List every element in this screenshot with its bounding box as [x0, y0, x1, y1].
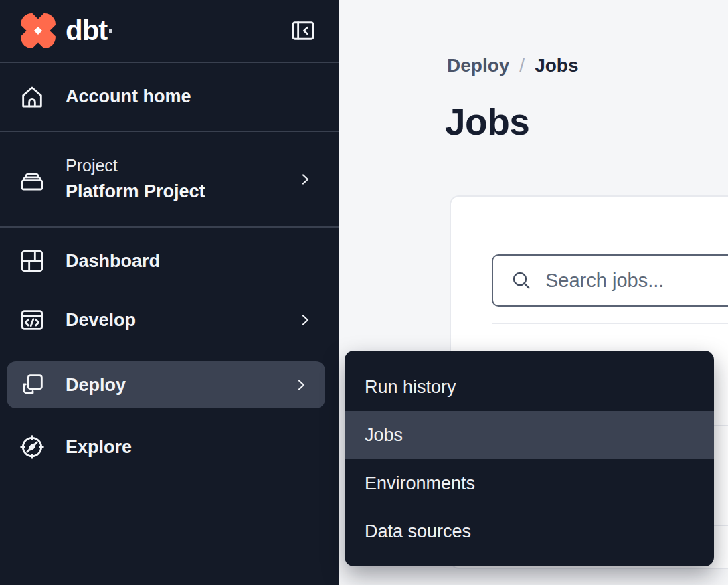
sidebar-item-explore[interactable]: Explore	[0, 418, 339, 477]
sidebar-item-develop[interactable]: Develop	[0, 290, 339, 349]
submenu-item-label: Data sources	[365, 521, 471, 542]
sidebar-collapse-icon	[288, 17, 318, 45]
sidebar-item-label: Develop	[66, 310, 136, 331]
submenu-item-data-sources[interactable]: Data sources	[345, 507, 714, 556]
sidebar-item-label: Dashboard	[66, 251, 160, 272]
submenu-item-label: Jobs	[365, 425, 403, 446]
home-icon	[19, 84, 46, 110]
breadcrumb-separator: /	[519, 55, 525, 76]
submenu-item-label: Environments	[365, 473, 475, 494]
submenu-item-environments[interactable]: Environments	[345, 459, 714, 507]
trademark-dot	[109, 29, 112, 33]
project-name: Platform Project	[66, 181, 205, 202]
overlapping-squares-icon	[19, 371, 46, 398]
archive-stack-icon	[19, 166, 46, 193]
dashboard-grid-icon	[19, 248, 46, 274]
sidebar: dbt Account home Project Platform Projec…	[0, 0, 339, 585]
breadcrumb: Deploy / Jobs	[447, 55, 579, 76]
chevron-right-icon	[293, 377, 309, 393]
project-kicker: Project	[66, 156, 205, 175]
page-title: Jobs	[445, 100, 529, 143]
sidebar-item-dashboard[interactable]: Dashboard	[0, 232, 339, 290]
sidebar-item-deploy[interactable]: Deploy	[7, 361, 325, 408]
sidebar-collapse-button[interactable]	[288, 17, 318, 45]
submenu-item-run-history[interactable]: Run history	[345, 363, 714, 411]
dbt-logo-icon	[20, 13, 56, 49]
breadcrumb-current: Jobs	[535, 55, 578, 76]
search-jobs-input[interactable]	[545, 270, 728, 292]
code-window-icon	[19, 307, 46, 333]
chevron-right-icon	[297, 171, 313, 187]
search-icon	[511, 270, 532, 291]
compass-icon	[19, 434, 46, 461]
breadcrumb-parent[interactable]: Deploy	[447, 55, 509, 76]
sidebar-item-label: Explore	[66, 437, 132, 458]
deploy-submenu: Run history Jobs Environments Data sourc…	[345, 351, 714, 566]
sidebar-item-label: Account home	[66, 86, 191, 107]
sidebar-item-label: Deploy	[66, 375, 126, 396]
sidebar-item-account-home[interactable]: Account home	[0, 63, 339, 132]
brand-wordmark: dbt	[66, 17, 107, 45]
card-divider	[492, 323, 728, 324]
sidebar-nav: Dashboard Develop Deploy	[0, 232, 339, 477]
submenu-item-label: Run history	[365, 377, 456, 398]
sidebar-header: dbt	[0, 0, 339, 63]
chevron-right-icon	[297, 312, 313, 328]
search-box	[492, 254, 728, 307]
submenu-item-jobs[interactable]: Jobs	[345, 411, 714, 459]
project-labels: Project Platform Project	[66, 156, 205, 202]
sidebar-item-project[interactable]: Project Platform Project	[0, 132, 339, 228]
